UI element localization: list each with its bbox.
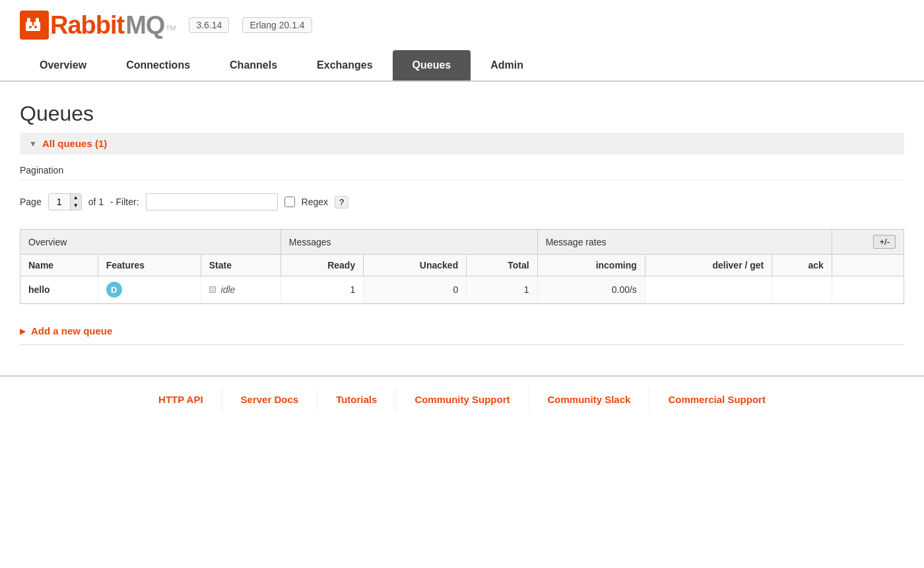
footer-commercial-support[interactable]: Commercial Support	[649, 387, 784, 412]
page-down-button[interactable]: ▼	[71, 202, 81, 210]
pagination-controls: Page ▲ ▼ of 1 - Filter: Regex ?	[20, 188, 904, 216]
cell-ready: 1	[280, 276, 363, 303]
col-ready: Ready	[280, 255, 363, 276]
nav-channels[interactable]: Channels	[210, 50, 297, 80]
table-row[interactable]: hello D idle 1 0 1 0.00/s	[20, 276, 904, 303]
col-total: Total	[467, 255, 537, 276]
of-text: of 1	[88, 197, 104, 207]
cell-incoming: 0.00/s	[537, 276, 645, 303]
svg-rect-4	[26, 26, 40, 31]
nav-queues[interactable]: Queues	[393, 50, 471, 80]
footer-community-slack[interactable]: Community Slack	[529, 387, 650, 412]
all-queues-header[interactable]: ▼ All queues (1)	[20, 133, 904, 154]
nav-overview[interactable]: Overview	[20, 50, 106, 80]
filter-input[interactable]	[146, 193, 278, 210]
footer-server-docs[interactable]: Server Docs	[222, 387, 318, 412]
version-badge: 3.6.14	[189, 17, 229, 33]
page-input[interactable]	[49, 195, 70, 209]
state-icon	[209, 286, 216, 293]
cell-ack	[772, 276, 832, 303]
cell-unacked: 0	[364, 276, 467, 303]
page-title: Queues	[20, 102, 904, 126]
feature-durable-badge: D	[106, 282, 122, 298]
col-extra	[832, 255, 904, 276]
svg-point-6	[34, 26, 37, 28]
header: RabbitMQ™ 3.6.14 Erlang 20.1.4	[0, 0, 924, 50]
page-input-wrapper: ▲ ▼	[48, 193, 82, 210]
logo-mq-text: MQ™	[125, 11, 176, 40]
col-headers-row: Name Features State Ready Unacked Total …	[20, 255, 904, 276]
svg-rect-2	[27, 18, 30, 24]
footer-tutorials[interactable]: Tutorials	[317, 387, 396, 412]
page-label: Page	[20, 197, 42, 207]
col-group-overview: Overview	[20, 230, 280, 255]
svg-point-5	[29, 26, 32, 28]
nav-exchanges[interactable]: Exchanges	[297, 50, 392, 80]
regex-label: Regex	[302, 197, 328, 207]
cell-features: D	[98, 276, 201, 303]
cell-deliver-get	[645, 276, 772, 303]
state-text: idle	[221, 284, 236, 295]
footer: HTTP API Server Docs Tutorials Community…	[0, 375, 924, 422]
logo: RabbitMQ™	[20, 11, 176, 40]
queues-table-wrapper: Overview Messages Message rates +/- Name…	[20, 229, 904, 304]
cell-name: hello	[20, 276, 98, 303]
footer-community-support[interactable]: Community Support	[396, 387, 529, 412]
col-group-message-rates: Message rates	[537, 230, 832, 255]
cell-state: idle	[201, 276, 280, 303]
nav-admin[interactable]: Admin	[471, 50, 543, 80]
regex-checkbox[interactable]	[284, 197, 295, 207]
main-nav: Overview Connections Channels Exchanges …	[0, 50, 924, 82]
col-unacked: Unacked	[364, 255, 467, 276]
cell-extra	[832, 276, 904, 303]
add-queue-section[interactable]: ▶ Add a new queue	[20, 317, 904, 344]
footer-divider	[20, 344, 904, 345]
add-col-button[interactable]: +/-	[873, 235, 896, 249]
pagination-section: Pagination Page ▲ ▼ of 1 - Filter: Regex…	[20, 165, 904, 216]
add-col-cell: +/-	[832, 230, 904, 255]
col-name: Name	[20, 255, 98, 276]
col-features: Features	[98, 255, 201, 276]
pagination-title: Pagination	[20, 165, 904, 180]
filter-label: - Filter:	[110, 197, 139, 207]
page-up-button[interactable]: ▲	[71, 194, 81, 202]
erlang-badge: Erlang 20.1.4	[242, 17, 312, 33]
regex-help-button[interactable]: ?	[335, 196, 348, 208]
page-spinners: ▲ ▼	[70, 194, 81, 209]
col-group-messages: Messages	[280, 230, 537, 255]
svg-rect-3	[36, 18, 39, 24]
all-queues-label: All queues (1)	[42, 138, 107, 149]
nav-connections[interactable]: Connections	[106, 50, 210, 80]
logo-rabbit-text: Rabbit	[50, 11, 124, 40]
col-ack: ack	[772, 255, 832, 276]
cell-total: 1	[467, 276, 537, 303]
col-state: State	[201, 255, 280, 276]
logo-icon	[20, 11, 49, 40]
main-content: Queues ▼ All queues (1) Pagination Page …	[0, 82, 924, 375]
queues-table: Overview Messages Message rates +/- Name…	[20, 230, 904, 303]
col-deliver-get: deliver / get	[645, 255, 772, 276]
rabbit-icon	[24, 15, 44, 35]
col-group-header-row: Overview Messages Message rates +/-	[20, 230, 904, 255]
add-queue-triangle-icon: ▶	[20, 327, 26, 336]
footer-http-api[interactable]: HTTP API	[140, 387, 222, 412]
collapse-triangle-icon: ▼	[29, 139, 37, 148]
col-incoming: incoming	[537, 255, 645, 276]
add-queue-label[interactable]: Add a new queue	[31, 325, 112, 336]
